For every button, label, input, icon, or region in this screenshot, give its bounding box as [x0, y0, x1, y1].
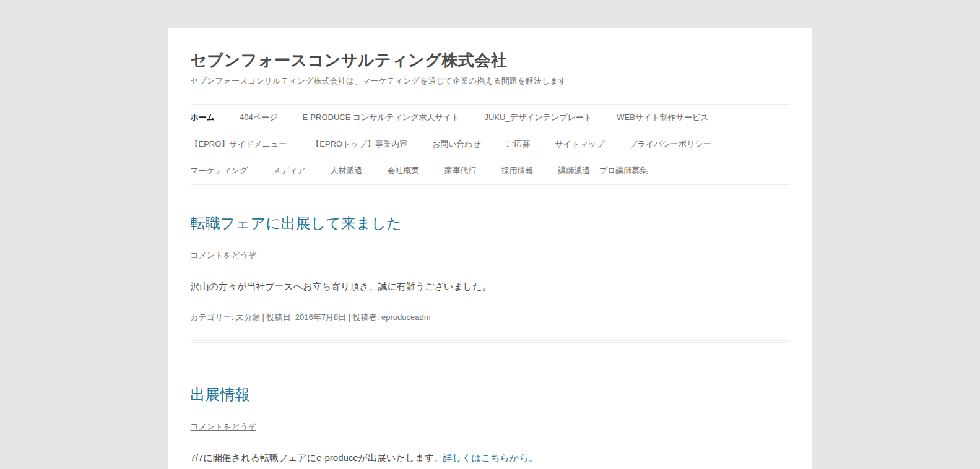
nav-item-404-page[interactable]: 404ページ	[240, 113, 277, 123]
post-1-comments-link[interactable]: コメントをどうぞ	[191, 250, 256, 261]
nav-item-staffing[interactable]: 人材派遣	[331, 166, 363, 176]
nav-item-web-production-service[interactable]: WEBサイト制作サービス	[617, 113, 708, 123]
nav-item-sitemap[interactable]: サイトマップ	[555, 139, 604, 149]
nav-item-epro-side-menu[interactable]: 【EPRO】サイドメニュー	[191, 139, 287, 149]
post-1-meta-separator-1: |	[260, 312, 267, 322]
post-1-meta-separator-2: |	[346, 312, 353, 322]
post-2-title-link[interactable]: 出展情報	[191, 386, 250, 403]
post-article-2: 出展情報 コメントをどうぞ 7/7に開催される転職フェアにe-produceが出…	[191, 386, 790, 465]
nav-item-eproduce-consulting-jobsite[interactable]: E-PRODUCE コンサルティング求人サイト	[302, 113, 459, 123]
nav-item-home[interactable]: ホーム	[191, 113, 215, 123]
site-header: セブンフォースコンサルティング株式会社 セブンフォースコンサルティング株式会社は…	[191, 28, 790, 105]
nav-item-epro-top-business[interactable]: 【EPROトップ】事業内容	[311, 139, 407, 149]
site-container: セブンフォースコンサルティング株式会社 セブンフォースコンサルティング株式会社は…	[168, 28, 812, 469]
post-1-meta-category-label: カテゴリー:	[191, 312, 236, 322]
nav-row-3: マーケティング メディア 人材派遣 会社概要 家事代行 採用情報 講師派遣 – …	[191, 166, 790, 176]
nav-item-contact[interactable]: お問い合わせ	[432, 139, 481, 149]
main-content: 転職フェアに出展して来ました コメントをどうぞ 沢山の方々が当社ブースへお立ち寄…	[191, 215, 790, 469]
post-article-1: 転職フェアに出展して来ました コメントをどうぞ 沢山の方々が当社ブースへお立ち寄…	[191, 215, 790, 343]
nav-item-recruit-info[interactable]: 採用情報	[501, 166, 534, 176]
nav-item-apply[interactable]: ご応募	[506, 139, 530, 149]
nav-item-housekeeping[interactable]: 家事代行	[444, 166, 477, 176]
nav-item-marketing[interactable]: マーケティング	[191, 166, 248, 176]
post-1-author-link[interactable]: eproduceadm	[381, 312, 431, 322]
site-title-link[interactable]: セブンフォースコンサルティング株式会社	[191, 51, 508, 70]
post-1-body: 沢山の方々が当社ブースへお立ち寄り頂き、誠に有難うございました。	[191, 280, 790, 293]
post-2-comments-link[interactable]: コメントをどうぞ	[191, 421, 256, 432]
nav-row-2: 【EPRO】サイドメニュー 【EPROトップ】事業内容 お問い合わせ ご応募 サ…	[191, 139, 790, 149]
post-2-body: 7/7に開催される転職フェアにe-produceが出展いたします。詳しくはこちら…	[191, 451, 790, 465]
post-1-title: 転職フェアに出展して来ました	[191, 215, 790, 233]
post-1-title-link[interactable]: 転職フェアに出展して来ました	[191, 215, 402, 231]
post-2-more-link[interactable]: 詳しくはこちらから。	[443, 452, 540, 463]
nav-item-privacy-policy[interactable]: プライバシーポリシー	[629, 139, 711, 149]
post-1-category-link[interactable]: 未分類	[236, 312, 260, 322]
post-1-meta-date-label: 投稿日:	[267, 312, 295, 322]
post-1-date-link[interactable]: 2016年7月8日	[295, 312, 346, 322]
nav-row-1: ホーム 404ページ E-PRODUCE コンサルティング求人サイト JUKU_…	[191, 113, 790, 123]
nav-item-media[interactable]: メディア	[272, 166, 305, 176]
post-1-meta-author-label: 投稿者:	[353, 312, 381, 322]
post-2-body-text: 7/7に開催される転職フェアにe-produceが出展いたします。	[191, 452, 443, 463]
post-1-meta: カテゴリー: 未分類 | 投稿日: 2016年7月8日 | 投稿者: eprod…	[191, 312, 790, 323]
nav-item-juku-design-template[interactable]: JUKU_デザインテンプレート	[484, 113, 592, 123]
post-2-title: 出展情報	[191, 386, 790, 404]
nav-item-lecturer-dispatch[interactable]: 講師派遣 – プロ講師募集	[558, 166, 648, 176]
site-tagline: セブンフォースコンサルティング株式会社は、マーケティングを通じて企業の抱える問題…	[191, 75, 790, 87]
nav-item-company-profile[interactable]: 会社概要	[388, 166, 420, 176]
main-navigation: ホーム 404ページ E-PRODUCE コンサルティング求人サイト JUKU_…	[191, 105, 790, 185]
